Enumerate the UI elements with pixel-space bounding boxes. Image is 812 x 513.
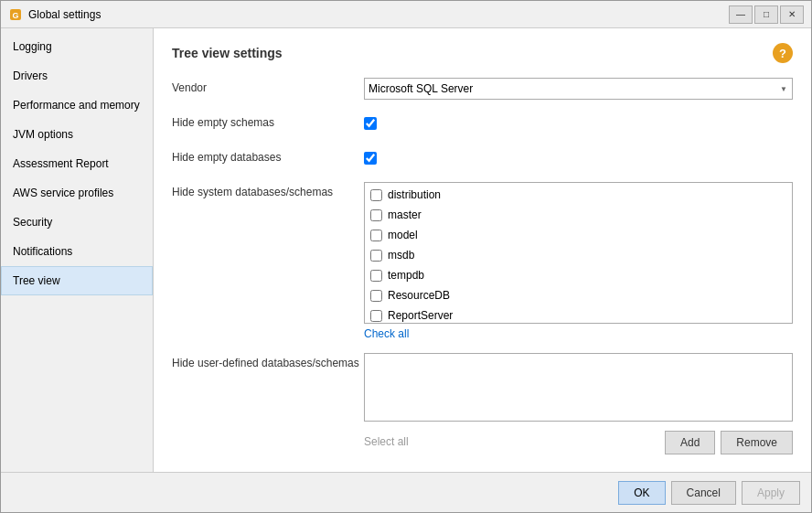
ok-button[interactable]: OK	[618, 481, 665, 505]
vendor-select-wrapper: Microsoft SQL Server MySQL PostgreSQL Or…	[364, 78, 793, 100]
title-bar: G Global settings — □ ✕	[1, 1, 811, 28]
model-checkbox[interactable]	[370, 230, 382, 241]
sidebar-item-logging[interactable]: Logging	[1, 32, 153, 61]
maximize-button[interactable]: □	[754, 5, 778, 24]
list-item[interactable]: model	[365, 225, 792, 245]
list-item[interactable]: tempdb	[365, 265, 792, 285]
hide-empty-schemas-label: Hide empty schemas	[172, 112, 364, 129]
hide-empty-schemas-wrapper	[364, 112, 793, 134]
sidebar-item-performance[interactable]: Performance and memory	[1, 91, 153, 120]
system-databases-list[interactable]: distribution master model	[364, 182, 793, 324]
sidebar-item-jvm[interactable]: JVM options	[1, 120, 153, 149]
main-panel: Tree view settings ? Vendor Microsoft SQ…	[154, 28, 811, 472]
system-list-row: distribution master model	[364, 182, 793, 324]
resourcedb-checkbox[interactable]	[370, 290, 382, 302]
list-item[interactable]: master	[365, 205, 792, 225]
content-area: Logging Drivers Performance and memory J…	[1, 28, 811, 472]
hide-user-row: Hide user-defined databases/schemas Sele…	[172, 353, 793, 454]
sidebar-item-assessment[interactable]: Assessment Report	[1, 149, 153, 178]
sidebar-item-security[interactable]: Security	[1, 208, 153, 237]
sidebar-item-aws[interactable]: AWS service profiles	[1, 178, 153, 208]
reportserver-checkbox[interactable]	[370, 310, 382, 322]
window-title: Global settings	[28, 8, 729, 21]
list-item[interactable]: ResourceDB	[365, 285, 792, 305]
hide-system-row: Hide system databases/schemas distributi…	[172, 182, 793, 340]
svg-text:G: G	[12, 11, 18, 20]
vendor-control: Microsoft SQL Server MySQL PostgreSQL Or…	[364, 78, 793, 100]
vendor-row: Vendor Microsoft SQL Server MySQL Postgr…	[172, 78, 793, 100]
list-item[interactable]: ReportServer	[365, 305, 792, 324]
master-checkbox[interactable]	[370, 209, 382, 221]
hide-user-label: Hide user-defined databases/schemas	[172, 353, 364, 369]
window-icon: G	[8, 7, 23, 22]
list-item[interactable]: distribution	[365, 185, 792, 205]
vendor-select[interactable]: Microsoft SQL Server MySQL PostgreSQL Or…	[364, 78, 793, 100]
minimize-button[interactable]: —	[729, 5, 753, 24]
tempdb-checkbox[interactable]	[370, 270, 382, 282]
help-icon[interactable]: ?	[773, 43, 793, 63]
window-controls: — □ ✕	[729, 5, 804, 24]
hide-empty-databases-control	[364, 147, 793, 169]
add-button[interactable]: Add	[665, 431, 715, 454]
hide-empty-databases-checkbox[interactable]	[364, 152, 377, 165]
list-item[interactable]: msdb	[365, 245, 792, 265]
hide-empty-databases-label: Hide empty databases	[172, 147, 364, 164]
vendor-label: Vendor	[172, 78, 364, 94]
user-defined-textarea[interactable]	[364, 353, 793, 422]
sidebar-item-notifications[interactable]: Notifications	[1, 237, 153, 266]
sidebar: Logging Drivers Performance and memory J…	[1, 28, 154, 472]
hide-empty-schemas-row: Hide empty schemas	[172, 112, 793, 134]
panel-title-text: Tree view settings	[172, 46, 283, 60]
hide-system-label: Hide system databases/schemas	[172, 182, 364, 198]
select-all-link: Select all	[364, 435, 409, 448]
hide-empty-schemas-checkbox[interactable]	[364, 117, 377, 130]
remove-button[interactable]: Remove	[721, 431, 793, 454]
distribution-checkbox[interactable]	[370, 189, 382, 201]
apply-button[interactable]: Apply	[742, 481, 800, 505]
close-button[interactable]: ✕	[780, 5, 804, 24]
global-settings-window: G Global settings — □ ✕ Logging Drivers …	[0, 0, 812, 513]
hide-empty-schemas-control	[364, 112, 793, 134]
hide-user-control: Select all Add Remove	[364, 353, 793, 454]
msdb-checkbox[interactable]	[370, 250, 382, 262]
sidebar-item-treeview[interactable]: Tree view	[1, 266, 153, 295]
add-remove-buttons: Add Remove	[409, 431, 793, 454]
hide-empty-databases-wrapper	[364, 147, 793, 169]
hide-empty-databases-row: Hide empty databases	[172, 147, 793, 169]
check-all-link[interactable]: Check all	[364, 327, 793, 340]
cancel-button[interactable]: Cancel	[671, 481, 736, 505]
footer: OK Cancel Apply	[1, 472, 811, 512]
panel-title-row: Tree view settings ?	[172, 43, 793, 63]
hide-system-control: distribution master model	[364, 182, 793, 340]
sidebar-item-drivers[interactable]: Drivers	[1, 61, 153, 91]
